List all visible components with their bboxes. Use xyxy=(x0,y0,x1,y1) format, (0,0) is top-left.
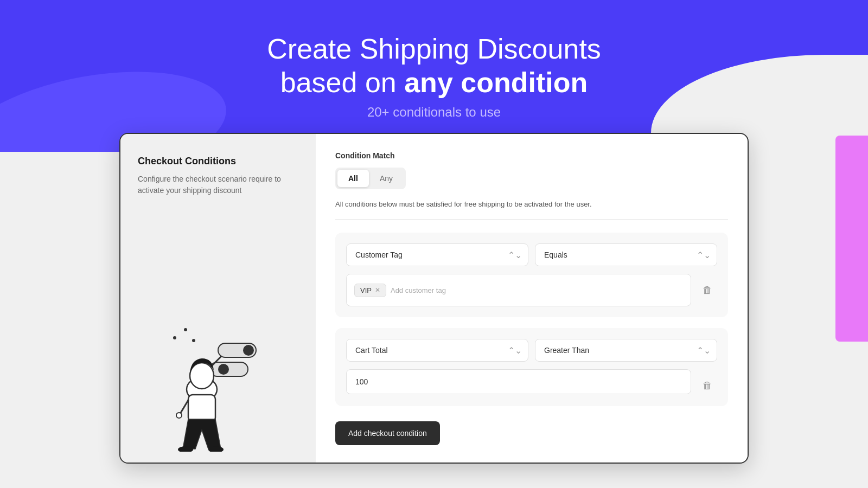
condition-1-tag-input[interactable]: VIP ✕ Add customer tag xyxy=(346,274,691,306)
condition-block-2: Cart Total Customer Tag Order Count ⌃⌄ G… xyxy=(335,328,728,406)
toggle-any-button[interactable]: Any xyxy=(369,170,404,187)
sidebar-title: Checkout Conditions xyxy=(138,156,298,167)
condition-block-1: Customer Tag Cart Total Order Count ⌃⌄ E… xyxy=(335,233,728,317)
illustration xyxy=(131,311,283,452)
condition-2-operator-wrapper: Greater Than Less Than Equals ⌃⌄ xyxy=(535,339,717,362)
condition-2-delete-button[interactable]: 🗑 xyxy=(698,376,717,395)
sidebar: Checkout Conditions Configure the checko… xyxy=(120,134,316,463)
condition-1-value-row: VIP ✕ Add customer tag 🗑 xyxy=(346,274,717,306)
condition-1-operator-select[interactable]: Equals Not Equals Contains xyxy=(535,243,717,266)
condition-2-value-input[interactable] xyxy=(346,369,691,394)
svg-point-4 xyxy=(243,345,254,356)
main-content: Checkout Conditions Configure the checko… xyxy=(0,133,868,464)
condition-match-toggle: All Any xyxy=(335,168,406,189)
trash-icon-1: 🗑 xyxy=(703,285,712,296)
svg-point-1 xyxy=(184,328,187,331)
tag-placeholder: Add customer tag xyxy=(391,286,446,294)
toggle-all-button[interactable]: All xyxy=(337,170,369,187)
trash-icon-2: 🗑 xyxy=(703,380,712,391)
condition-2-value-row: 🗑 xyxy=(346,369,717,395)
svg-point-11 xyxy=(190,363,214,389)
add-checkout-condition-button[interactable]: Add checkout condition xyxy=(335,421,440,445)
condition-1-field-select[interactable]: Customer Tag Cart Total Order Count xyxy=(346,243,528,266)
vip-tag-remove-icon[interactable]: ✕ xyxy=(375,287,380,293)
svg-rect-8 xyxy=(188,395,215,422)
hero-title: Create Shipping Discounts based on any c… xyxy=(267,32,601,100)
condition-1-field-wrapper: Customer Tag Cart Total Order Count ⌃⌄ xyxy=(346,243,528,266)
svg-point-0 xyxy=(173,336,176,339)
hero-section: Create Shipping Discounts based on any c… xyxy=(0,0,868,152)
condition-description: All conditions below must be satisfied f… xyxy=(335,200,728,220)
pink-bar xyxy=(835,136,868,342)
svg-point-2 xyxy=(192,339,195,342)
condition-1-operator-wrapper: Equals Not Equals Contains ⌃⌄ xyxy=(535,243,717,266)
condition-2-field-select[interactable]: Cart Total Customer Tag Order Count xyxy=(346,339,528,362)
sidebar-desc: Configure the checkout scenario require … xyxy=(138,174,298,196)
svg-point-12 xyxy=(176,413,182,418)
condition-1-delete-button[interactable]: 🗑 xyxy=(698,280,717,300)
condition-2-operator-select[interactable]: Greater Than Less Than Equals xyxy=(535,339,717,362)
vip-tag: VIP ✕ xyxy=(354,284,386,297)
condition-match-label: Condition Match xyxy=(335,151,728,160)
condition-1-selects: Customer Tag Cart Total Order Count ⌃⌄ E… xyxy=(346,243,717,266)
app-window: Checkout Conditions Configure the checko… xyxy=(119,133,749,464)
condition-2-selects: Cart Total Customer Tag Order Count ⌃⌄ G… xyxy=(346,339,717,362)
condition-2-field-wrapper: Cart Total Customer Tag Order Count ⌃⌄ xyxy=(346,339,528,362)
svg-point-6 xyxy=(218,364,229,375)
hero-subtitle: 20+ conditionals to use xyxy=(367,105,501,120)
main-panel: Condition Match All Any All conditions b… xyxy=(316,134,748,463)
